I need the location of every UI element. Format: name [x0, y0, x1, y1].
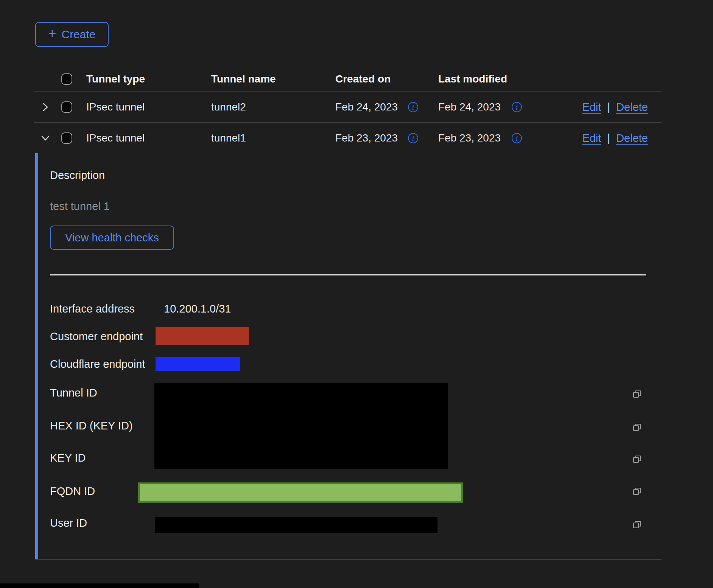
expanded-row-bottom-divider [35, 559, 662, 560]
view-health-checks-button[interactable]: View health checks [50, 226, 174, 250]
row-checkbox[interactable] [61, 132, 72, 144]
row-actions: Edit | Delete [582, 101, 648, 113]
tunnel-name-cell: tunnel2 [211, 101, 246, 113]
last-modified-info-icon[interactable]: i [512, 133, 522, 143]
customer-endpoint-label: Customer endpoint [50, 330, 143, 343]
chevron-right-icon[interactable] [39, 100, 52, 114]
bottom-redaction-strip [0, 583, 199, 588]
column-header-tunnel-type: Tunnel type [86, 73, 145, 85]
copy-key-id-icon[interactable] [631, 453, 643, 465]
expanded-row-accent-bar [35, 153, 38, 559]
column-header-last-modified: Last modified [438, 73, 507, 85]
select-all-checkbox[interactable] [61, 73, 72, 85]
copy-hex-id-icon[interactable] [631, 422, 643, 433]
created-on-cell: Feb 24, 2023 [335, 101, 398, 113]
edit-link[interactable]: Edit [582, 101, 601, 113]
table-header-row: Tunnel type Tunnel name Created on Last … [34, 67, 662, 91]
cloudflare-endpoint-label: Cloudflare endpoint [50, 358, 145, 370]
tunnel-type-cell: IPsec tunnel [86, 132, 145, 144]
created-on-info-icon[interactable]: i [408, 133, 418, 143]
user-id-label: User ID [50, 516, 87, 529]
interface-address-value: 10.200.1.0/31 [164, 302, 231, 315]
column-header-tunnel-name: Tunnel name [211, 73, 276, 85]
interface-address-label: Interface address [50, 302, 135, 315]
edit-link[interactable]: Edit [582, 132, 601, 145]
column-header-created-on: Created on [335, 73, 391, 85]
tunnel-type-cell: IPsec tunnel [86, 101, 145, 113]
row-checkbox[interactable] [61, 101, 72, 113]
description-label: Description [50, 169, 105, 182]
customer-endpoint-redacted-value [156, 327, 249, 345]
fqdn-id-redacted-value [138, 482, 463, 503]
created-on-info-icon[interactable]: i [408, 102, 418, 112]
chevron-down-icon[interactable] [39, 131, 52, 145]
plus-icon: + [48, 27, 56, 40]
copy-fqdn-id-icon[interactable] [631, 485, 643, 497]
ids-redacted-value-block [154, 383, 448, 469]
actions-separator: | [607, 132, 610, 145]
tunnel-name-cell: tunnel1 [211, 132, 246, 144]
table-row-tunnel2: IPsec tunnel tunnel2 Feb 24, 2023 i Feb … [34, 92, 662, 122]
hex-id-label: HEX ID (KEY ID) [50, 419, 133, 432]
actions-separator: | [607, 101, 610, 113]
create-button[interactable]: + Create [35, 22, 109, 47]
detail-divider [50, 274, 646, 275]
created-on-cell: Feb 23, 2023 [335, 132, 398, 144]
cloudflare-endpoint-redacted-value [156, 357, 240, 371]
key-id-label: KEY ID [50, 451, 86, 464]
delete-link[interactable]: Delete [616, 101, 648, 113]
description-value: test tunnel 1 [50, 200, 110, 213]
view-health-checks-label: View health checks [65, 232, 159, 244]
fqdn-id-label: FQDN ID [50, 485, 95, 498]
delete-link[interactable]: Delete [616, 132, 648, 145]
copy-tunnel-id-icon[interactable] [631, 388, 643, 400]
create-button-label: Create [61, 28, 95, 41]
copy-user-id-icon[interactable] [631, 519, 643, 530]
user-id-redacted-value [155, 517, 437, 533]
tunnels-page: + Create Tunnel type Tunnel name Created… [0, 0, 713, 588]
last-modified-info-icon[interactable]: i [512, 102, 522, 112]
last-modified-cell: Feb 23, 2023 [438, 132, 501, 144]
last-modified-cell: Feb 24, 2023 [438, 101, 501, 113]
table-row-tunnel1: IPsec tunnel tunnel1 Feb 23, 2023 i Feb … [34, 123, 662, 153]
tunnel-id-label: Tunnel ID [50, 386, 97, 399]
row-actions: Edit | Delete [582, 132, 648, 145]
